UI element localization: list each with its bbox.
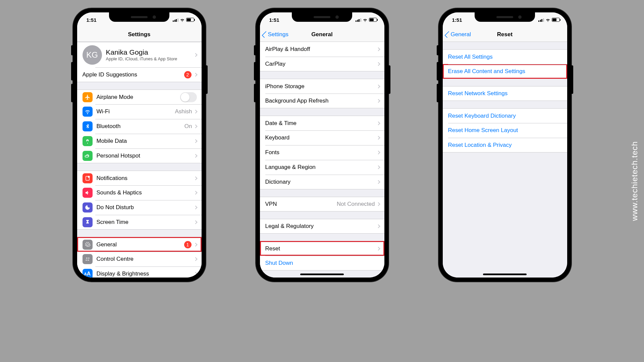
cell-value: Not Connected <box>337 201 375 207</box>
cell-label: Bluetooth <box>97 123 184 130</box>
date-time-cell[interactable]: Date & Time <box>260 116 384 130</box>
home-indicator[interactable] <box>300 274 344 275</box>
svg-point-4 <box>88 260 89 261</box>
cell-label: CarPlay <box>265 61 377 67</box>
cell-label: AirPlay & Handoff <box>265 46 377 53</box>
bluetooth-cell[interactable]: Bluetooth On <box>77 119 202 134</box>
general-cell[interactable]: General 1 <box>77 237 202 252</box>
dnd-cell[interactable]: Do Not Disturb <box>77 200 202 215</box>
chevron-right-icon <box>194 205 197 209</box>
erase-all-cell[interactable]: Erase All Content and Settings <box>443 64 567 79</box>
cell-label: General <box>97 241 184 248</box>
hourglass-icon <box>83 217 93 227</box>
chevron-right-icon <box>376 121 380 125</box>
cell-label: Reset Network Settings <box>448 90 562 97</box>
page-title: Settings <box>128 31 150 38</box>
svg-rect-3 <box>88 258 90 258</box>
status-time: 1:51 <box>452 17 462 23</box>
bluetooth-icon <box>83 121 93 131</box>
notch <box>109 12 169 22</box>
storage-cell[interactable]: iPhone Storage <box>260 79 384 94</box>
text-size-icon: AA <box>83 269 93 278</box>
keyboard-cell[interactable]: Keyboard <box>260 130 384 145</box>
back-button[interactable]: Settings <box>262 30 290 39</box>
display-cell[interactable]: AA Display & Brightness <box>77 266 202 278</box>
chevron-right-icon <box>376 150 380 154</box>
reset-network-cell[interactable]: Reset Network Settings <box>443 86 567 101</box>
cell-label: Date & Time <box>265 120 377 127</box>
page-title: General <box>311 31 332 38</box>
chevron-left-icon <box>444 31 451 38</box>
shutdown-cell[interactable]: Shut Down <box>260 256 384 270</box>
cell-label: Background App Refresh <box>265 98 377 104</box>
chevron-right-icon <box>376 202 380 206</box>
airplay-cell[interactable]: AirPlay & Handoff <box>260 42 384 57</box>
page-title: Reset <box>497 31 513 38</box>
antenna-icon <box>83 136 93 146</box>
fonts-cell[interactable]: Fonts <box>260 145 384 160</box>
profile-subtitle: Apple ID, iCloud, iTunes & App Store <box>106 56 194 61</box>
chevron-right-icon <box>194 73 197 76</box>
mobile-data-cell[interactable]: Mobile Data <box>77 134 202 148</box>
apple-id-suggestions[interactable]: Apple ID Suggestions 2 <box>77 67 202 82</box>
dictionary-cell[interactable]: Dictionary <box>260 175 384 189</box>
chevron-right-icon <box>376 165 380 169</box>
cell-label: Display & Brightness <box>97 270 194 277</box>
cell-label: Dictionary <box>265 179 377 185</box>
reset-cell[interactable]: Reset <box>260 241 384 256</box>
chevron-right-icon <box>194 220 197 224</box>
chevron-right-icon <box>376 99 380 103</box>
home-indicator[interactable] <box>483 274 527 275</box>
chevron-right-icon <box>194 139 197 143</box>
cell-label: Airplane Mode <box>97 94 180 101</box>
cell-label: VPN <box>265 201 337 207</box>
cell-label: Fonts <box>265 149 377 156</box>
airplane-mode-cell[interactable]: Airplane Mode <box>77 89 202 104</box>
cell-label: Reset Location & Privacy <box>448 142 562 148</box>
airplane-toggle[interactable] <box>180 92 197 102</box>
phone-reset: 1:51 General Reset Reset All Settings <box>439 8 571 282</box>
cell-label: Wi-Fi <box>97 108 175 115</box>
cell-label: Reset Home Screen Layout <box>448 127 562 134</box>
notifications-cell[interactable]: Notifications <box>77 171 202 185</box>
reset-home-cell[interactable]: Reset Home Screen Layout <box>443 123 567 138</box>
screentime-cell[interactable]: Screen Time <box>77 215 202 230</box>
chevron-right-icon <box>194 257 197 261</box>
cell-label: Shut Down <box>265 260 380 266</box>
profile-cell[interactable]: KG Kanika Gogia Apple ID, iCloud, iTunes… <box>77 42 202 67</box>
hotspot-icon <box>83 151 93 161</box>
back-label: Settings <box>268 31 288 38</box>
phone-general: 1:51 Settings General AirPlay & Handoff <box>256 8 388 282</box>
back-button[interactable]: General <box>445 30 472 39</box>
cell-value: On <box>184 123 192 130</box>
cell-label: Keyboard <box>265 134 377 141</box>
reset-keyboard-cell[interactable]: Reset Keyboard Dictionary <box>443 108 567 123</box>
cellular-icon <box>538 18 544 22</box>
moon-icon <box>83 202 93 213</box>
chevron-right-icon <box>376 224 380 228</box>
bg-refresh-cell[interactable]: Background App Refresh <box>260 94 384 108</box>
hotspot-cell[interactable]: Personal Hotspot <box>77 148 202 163</box>
cell-label: Screen Time <box>97 219 194 226</box>
reset-location-cell[interactable]: Reset Location & Privacy <box>443 138 567 153</box>
wifi-cell[interactable]: Wi-Fi Ashish <box>77 104 202 119</box>
cell-label: Reset Keyboard Dictionary <box>448 113 562 119</box>
wifi-icon <box>363 18 368 22</box>
badge: 1 <box>184 241 192 248</box>
chevron-right-icon <box>376 180 380 184</box>
legal-cell[interactable]: Legal & Regulatory <box>260 219 384 234</box>
reset-all-cell[interactable]: Reset All Settings <box>443 49 567 64</box>
carplay-cell[interactable]: CarPlay <box>260 57 384 71</box>
cellular-icon <box>173 18 178 22</box>
lang-region-cell[interactable]: Language & Region <box>260 160 384 175</box>
sounds-cell[interactable]: Sounds & Haptics <box>77 185 202 200</box>
cell-label: Notifications <box>97 175 194 182</box>
wifi-icon <box>545 18 550 22</box>
control-centre-cell[interactable]: Control Centre <box>77 252 202 266</box>
battery-icon <box>369 18 377 22</box>
gear-icon <box>83 240 93 250</box>
chevron-right-icon <box>194 243 197 246</box>
chevron-right-icon <box>376 84 380 88</box>
chevron-right-icon <box>194 124 197 128</box>
vpn-cell[interactable]: VPN Not Connected <box>260 197 384 212</box>
